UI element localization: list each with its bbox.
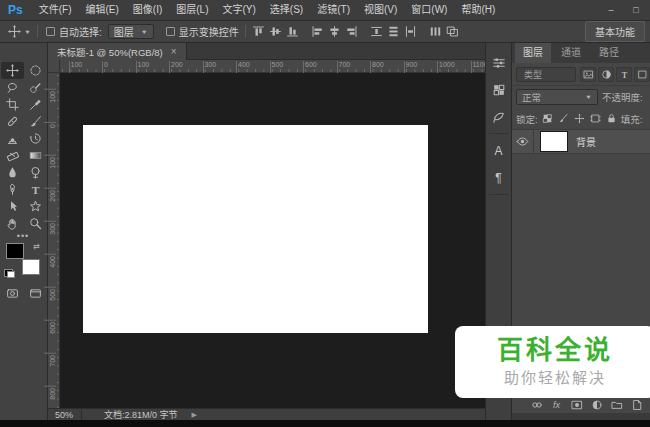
layer-filter-row: 类型 T [512,63,650,86]
adjustments-panel-icon[interactable] [486,49,512,76]
menu-item-2[interactable]: 图像(I) [126,0,169,20]
distribute-top-icon[interactable] [370,25,383,38]
workspace-switcher-button[interactable]: 基本功能 [585,21,645,42]
panel-tab-路径[interactable]: 路径 [591,43,627,63]
lock-all-icon[interactable] [606,113,617,124]
swatches-panel-icon[interactable] [486,76,512,103]
show-transform-checkbox[interactable] [166,27,175,36]
status-options-arrow-icon[interactable]: ▶ [192,411,197,419]
background-color-swatch[interactable] [23,260,39,274]
lock-image-icon[interactable] [558,113,569,124]
layer-mask-icon[interactable] [570,399,583,412]
menu-item-4[interactable]: 文字(Y) [216,0,263,20]
menu-item-5[interactable]: 选择(S) [263,0,310,20]
close-tab-icon[interactable]: × [171,46,177,57]
adjustment-filter-icon[interactable] [598,67,614,82]
new-group-icon[interactable] [610,399,623,412]
edit-toolbar-ellipsis-icon[interactable]: ••• [0,231,46,241]
layer-filter-dropdown[interactable]: 类型 [516,67,576,82]
lasso-tool[interactable] [1,79,24,96]
distribute-horizontal-icon[interactable] [429,25,442,38]
crop-tool[interactable] [1,96,24,113]
align-right-icon[interactable] [345,25,358,38]
menu-item-0[interactable]: 文件(F) [32,0,79,20]
pixel-filter-icon[interactable] [580,67,596,82]
auto-select-checkbox[interactable] [46,27,55,36]
layer-row[interactable]: 背景 [512,130,650,154]
h-ruler-label: 400 [238,61,250,68]
menu-item-7[interactable]: 视图(V) [357,0,404,20]
type-tool[interactable]: T [24,181,47,198]
align-left-icon[interactable] [311,25,324,38]
menu-item-3[interactable]: 图层(L) [169,0,215,20]
minimize-button[interactable]: – [605,5,617,15]
icon-group [429,25,459,38]
blend-mode-dropdown[interactable]: 正常 ▼ [516,89,598,105]
layer-thumbnail[interactable] [541,132,567,151]
adjustment-layer-icon[interactable] [590,399,603,412]
document-title: 未标题-1 @ 50%(RGB/8) [57,45,163,59]
new-layer-icon[interactable] [630,399,643,412]
divider [489,133,509,134]
menu-item-9[interactable]: 帮助(H) [454,0,502,20]
distribute-bottom-icon[interactable] [404,25,417,38]
pen-tool[interactable] [1,181,24,198]
lock-transparent-icon[interactable] [542,113,553,124]
swap-colors-icon[interactable]: ⇄ [33,242,40,251]
screen-mode-buttons [1,285,47,301]
marquee-tool[interactable] [24,62,47,79]
zoom-tool[interactable] [24,215,47,232]
lock-artboard-icon[interactable] [590,113,601,124]
canvas-area[interactable]: 100010020030040050060070080090010001100 … [48,60,485,408]
link-layers-icon[interactable] [530,399,543,412]
align-bottom-icon[interactable] [286,25,299,38]
path-selection-tool[interactable] [1,198,24,215]
healing-brush-tool[interactable] [1,113,24,130]
default-colors-icon[interactable] [5,270,12,276]
layer-visibility-eye-icon[interactable] [512,130,534,154]
panel-tab-通道[interactable]: 通道 [553,43,589,63]
panel-tab-图层[interactable]: 图层 [515,43,551,63]
menu-bar: 文件(F)编辑(E)图像(I)图层(L)文字(Y)选择(S)滤镜(T)视图(V)… [32,0,503,20]
eraser-tool[interactable] [1,147,24,164]
distribute-vcenter-icon[interactable] [387,25,400,38]
quick-mask-button[interactable] [1,285,24,301]
hand-tool[interactable] [1,215,24,232]
v-ruler-label: 400 [49,256,56,268]
type-filter-icon[interactable]: T [616,67,632,82]
auto-select-dropdown[interactable]: 图层 ▼ [108,24,154,39]
document-canvas[interactable] [83,125,428,333]
align-vcenter-icon[interactable] [269,25,282,38]
align-top-icon[interactable] [252,25,265,38]
h-ruler-label: 500 [272,61,284,68]
foreground-color-swatch[interactable] [7,244,23,258]
menu-item-8[interactable]: 窗口(W) [404,0,454,20]
menu-item-6[interactable]: 滤镜(T) [310,0,357,20]
ruler-origin-corner[interactable] [48,60,60,73]
menu-item-1[interactable]: 编辑(E) [78,0,125,20]
lock-row: 锁定: 填充: [512,108,650,130]
move-tool[interactable] [1,62,24,79]
eyedropper-tool[interactable] [24,96,47,113]
align-hcenter-icon[interactable] [328,25,341,38]
clone-stamp-tool[interactable] [1,130,24,147]
vertical-ruler[interactable]: 1000100200300400500600700800 [48,73,60,408]
auto-align-icon[interactable] [446,25,459,38]
document-tab[interactable]: 未标题-1 @ 50%(RGB/8) × [48,43,187,60]
dodge-tool[interactable] [24,164,47,181]
lock-position-icon[interactable] [574,113,585,124]
tool-preset-picker[interactable]: ▼ [8,25,31,38]
zoom-level-field[interactable]: 50% [48,409,82,420]
shape-filter-icon[interactable] [634,67,650,82]
maximize-button[interactable]: □ [630,5,642,15]
styles-panel-icon[interactable] [486,103,512,130]
character-panel-icon[interactable]: A [486,137,512,164]
quick-selection-tool[interactable] [24,79,47,96]
paragraph-panel-icon[interactable]: ¶ [486,164,512,191]
layer-effects-icon[interactable]: fx [550,399,563,412]
history-brush-tool[interactable] [24,130,47,147]
blur-tool[interactable] [1,164,24,181]
shape-tool[interactable] [24,198,47,215]
tools-palette: T ••• ⇄ [0,43,48,420]
horizontal-ruler[interactable]: 100010020030040050060070080090010001100 [60,60,485,73]
